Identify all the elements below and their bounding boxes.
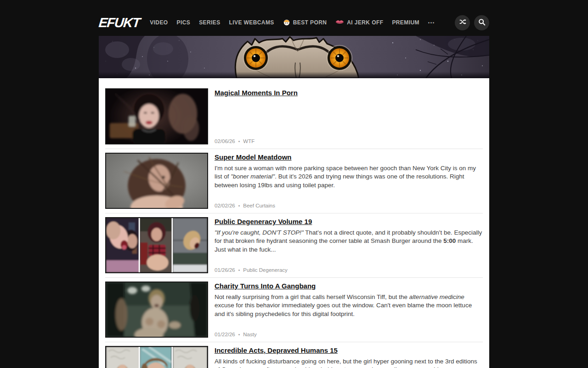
- mascot-icon: [283, 18, 290, 27]
- video-description: All kinds of fucking disturbance going o…: [215, 357, 483, 368]
- nav-item-premium[interactable]: PREMIUM: [392, 19, 419, 26]
- list-item: Charity Turns Into A Gangbang Not really…: [105, 278, 483, 342]
- more-menu-icon[interactable]: •••: [428, 20, 435, 25]
- list-item-info: Incredible Acts, Depraved Humans 15 All …: [215, 346, 483, 368]
- page-container: EFUKT VIDEO PICS SERIES LIVE WEBCAMS BES…: [99, 0, 489, 368]
- video-title-link[interactable]: Incredible Acts, Depraved Humans 15: [215, 346, 338, 354]
- video-thumbnail[interactable]: [105, 88, 208, 144]
- video-thumbnail[interactable]: [105, 217, 208, 273]
- meta-separator: •: [238, 332, 240, 337]
- list-item-info: Charity Turns Into A Gangbang Not really…: [215, 282, 483, 338]
- list-item: Public Degeneracy Volume 19 "If you're c…: [105, 213, 483, 278]
- video-title-link[interactable]: Magical Moments In Porn: [215, 89, 298, 97]
- video-thumbnail[interactable]: [105, 153, 208, 209]
- video-title-link[interactable]: Public Degeneracy Volume 19: [215, 218, 312, 225]
- header-buttons: [455, 15, 489, 30]
- nav-item-ai-jerk-off[interactable]: AI JERK OFF: [335, 19, 383, 26]
- nav-item-live-webcams[interactable]: LIVE WEBCAMS: [229, 19, 274, 26]
- list-item-info: Public Degeneracy Volume 19 "If you're c…: [215, 217, 483, 273]
- video-description: I'm not sure a woman with more parking s…: [215, 164, 483, 190]
- list-item-info: Super Model Meatdown I'm not sure a woma…: [215, 153, 483, 209]
- list-item: Magical Moments In Porn 02/06/26 • WTF: [105, 88, 483, 149]
- nav-left-group: EFUKT VIDEO PICS SERIES LIVE WEBCAMS BES…: [99, 16, 435, 29]
- video-list: Magical Moments In Porn 02/06/26 • WTF: [99, 78, 489, 368]
- video-description: Not really surprising from a girl that c…: [215, 293, 483, 318]
- video-meta: 01/22/26 • Nasty: [215, 332, 483, 338]
- video-category-link[interactable]: WTF: [243, 138, 254, 144]
- video-category-link[interactable]: Public Degeneracy: [243, 267, 288, 273]
- video-thumbnail[interactable]: [105, 282, 208, 338]
- video-description: "If you're caught, DON'T STOP!" That's n…: [215, 229, 483, 254]
- list-item: Incredible Acts, Depraved Humans 15 All …: [105, 342, 483, 368]
- video-date: 02/06/26: [215, 138, 235, 144]
- nav-item-best-porn[interactable]: BEST PORN: [283, 18, 327, 27]
- video-date: 01/22/26: [215, 332, 235, 337]
- nav-item-series[interactable]: SERIES: [199, 19, 220, 26]
- video-thumbnail[interactable]: [105, 346, 208, 368]
- top-navigation-bar: EFUKT VIDEO PICS SERIES LIVE WEBCAMS BES…: [99, 0, 489, 36]
- search-icon: [478, 18, 486, 27]
- nav-item-pics[interactable]: PICS: [177, 19, 191, 26]
- meta-separator: •: [238, 203, 240, 208]
- shuffle-button[interactable]: [455, 15, 470, 30]
- search-button[interactable]: [474, 15, 489, 30]
- promo-banner-owl-illustration[interactable]: [99, 36, 489, 78]
- list-item-info: Magical Moments In Porn 02/06/26 • WTF: [215, 88, 483, 144]
- video-category-link[interactable]: Nasty: [243, 332, 256, 337]
- list-item: Super Model Meatdown I'm not sure a woma…: [105, 149, 483, 213]
- video-title-link[interactable]: Charity Turns Into A Gangbang: [215, 282, 316, 290]
- shuffle-icon: [458, 18, 466, 27]
- video-date: 02/02/26: [215, 203, 235, 208]
- video-category-link[interactable]: Beef Curtains: [243, 203, 275, 208]
- main-nav: VIDEO PICS SERIES LIVE WEBCAMS BEST PORN…: [150, 18, 435, 27]
- meta-separator: •: [238, 139, 240, 144]
- video-meta: 02/06/26 • WTF: [215, 138, 483, 144]
- video-title-link[interactable]: Super Model Meatdown: [215, 153, 292, 161]
- lips-icon: [335, 19, 344, 26]
- video-meta: 01/26/26 • Public Degeneracy: [215, 267, 483, 273]
- video-date: 01/26/26: [215, 267, 235, 273]
- meta-separator: •: [238, 268, 240, 273]
- site-logo[interactable]: EFUKT: [98, 16, 140, 29]
- nav-item-video[interactable]: VIDEO: [150, 19, 168, 26]
- video-meta: 02/02/26 • Beef Curtains: [215, 203, 483, 209]
